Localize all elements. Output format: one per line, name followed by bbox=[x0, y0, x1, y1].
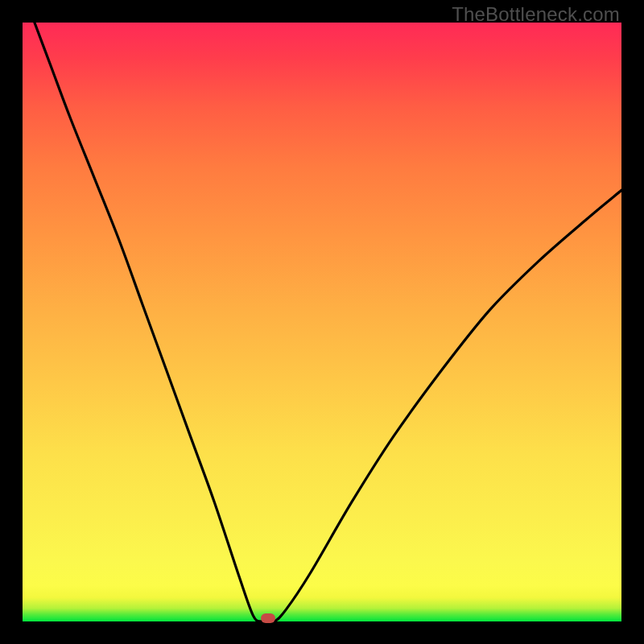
bottleneck-curve bbox=[23, 23, 621, 621]
optimal-point-marker bbox=[261, 613, 275, 623]
plot-area bbox=[23, 23, 621, 621]
chart-frame: TheBottleneck.com bbox=[0, 0, 644, 644]
